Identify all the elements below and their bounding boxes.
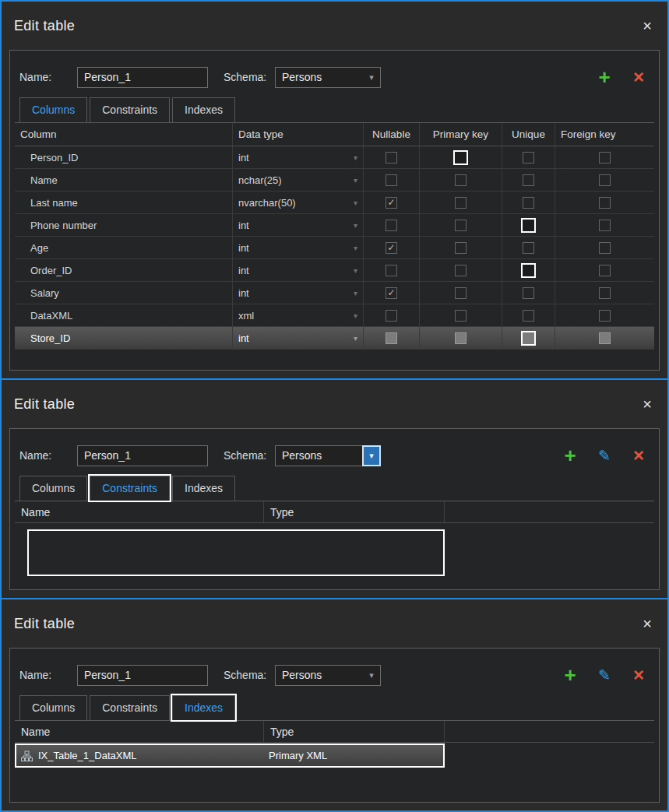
table-row[interactable]: Last name nvarchar(50) ▾ <box>15 192 654 214</box>
schema-dropdown[interactable]: Persons ▾ <box>275 67 381 88</box>
unique-cell <box>502 237 555 258</box>
delete-button[interactable]: × <box>628 664 650 686</box>
tab-constraints[interactable]: Constraints <box>90 97 170 122</box>
data-type-cell[interactable]: int ▾ <box>233 327 364 349</box>
add-button[interactable]: + <box>559 445 581 466</box>
primary-key-checkbox[interactable] <box>455 197 467 209</box>
delete-button[interactable]: × <box>628 445 650 466</box>
unique-checkbox[interactable] <box>523 197 534 209</box>
primary-key-checkbox[interactable] <box>455 287 467 299</box>
nullable-checkbox[interactable] <box>386 287 397 299</box>
close-icon[interactable]: × <box>643 396 652 412</box>
table-editor-panel: Name: Schema: Persons ▾ + ✎ × Columns Co… <box>9 428 660 590</box>
table-row[interactable]: DataXML xml ▾ <box>15 304 654 327</box>
nullable-checkbox[interactable] <box>386 310 397 322</box>
foreign-key-checkbox[interactable] <box>599 332 611 344</box>
table-row[interactable]: Name nchar(25) ▾ <box>15 169 654 192</box>
primary-key-cell <box>420 169 502 191</box>
table-row[interactable]: Salary int ▾ <box>15 282 654 304</box>
foreign-key-checkbox[interactable] <box>599 242 611 254</box>
tab-columns[interactable]: Columns <box>19 97 87 122</box>
add-button[interactable]: + <box>559 664 581 686</box>
nullable-checkbox[interactable] <box>386 242 397 254</box>
foreign-key-checkbox[interactable] <box>599 310 611 322</box>
unique-checkbox[interactable] <box>523 174 534 186</box>
chevron-down-icon[interactable]: ▾ <box>363 68 380 87</box>
data-type-cell[interactable]: int ▾ <box>233 259 364 281</box>
table-editor-panel: Name: Schema: Persons ▾ + ✎ × Columns Co… <box>9 648 660 803</box>
tab-indexes[interactable]: Indexes <box>172 476 235 501</box>
nullable-checkbox[interactable] <box>386 197 397 209</box>
primary-key-checkbox[interactable] <box>455 332 467 344</box>
primary-key-checkbox[interactable] <box>453 150 468 165</box>
table-row[interactable]: Phone number int ▾ <box>15 214 654 237</box>
data-type-cell[interactable]: int ▾ <box>233 146 364 168</box>
tab-columns[interactable]: Columns <box>19 695 87 720</box>
foreign-key-checkbox[interactable] <box>599 174 611 186</box>
edit-table-dialog-constraints: Edit table × Name: Schema: Persons ▾ + ✎… <box>2 380 667 598</box>
primary-key-checkbox[interactable] <box>455 174 467 186</box>
table-row[interactable]: Order_ID int ▾ <box>15 259 654 282</box>
delete-button[interactable]: × <box>628 66 650 88</box>
table-row[interactable]: Person_ID int ▾ <box>15 146 654 169</box>
foreign-key-checkbox[interactable] <box>599 152 611 163</box>
foreign-key-checkbox[interactable] <box>599 197 611 209</box>
nullable-checkbox[interactable] <box>386 174 397 186</box>
unique-checkbox[interactable] <box>523 152 534 163</box>
unique-checkbox[interactable] <box>523 242 534 254</box>
foreign-key-cell <box>555 192 654 213</box>
unique-checkbox[interactable] <box>523 287 534 299</box>
close-icon[interactable]: × <box>643 18 652 33</box>
schema-dropdown[interactable]: Persons ▾ <box>275 665 381 686</box>
tab-indexes[interactable]: Indexes <box>172 97 235 122</box>
unique-checkbox[interactable] <box>521 331 536 346</box>
schema-value: Persons <box>276 669 363 681</box>
constraints-list-body[interactable] <box>15 523 654 589</box>
data-type-cell[interactable]: nvarchar(50) ▾ <box>233 192 364 213</box>
unique-checkbox[interactable] <box>521 263 536 278</box>
index-row[interactable]: IX_Table_1_DataXML Primary XML <box>15 743 445 768</box>
table-row[interactable]: Age int ▾ <box>15 237 654 259</box>
nullable-checkbox[interactable] <box>386 152 397 163</box>
chevron-down-icon[interactable]: ▾ <box>363 666 380 685</box>
unique-cell <box>502 282 555 304</box>
primary-key-checkbox[interactable] <box>455 310 467 322</box>
primary-key-checkbox[interactable] <box>455 242 467 254</box>
foreign-key-cell <box>555 146 654 168</box>
tab-columns[interactable]: Columns <box>19 476 87 501</box>
chevron-down-icon[interactable]: ▾ <box>363 446 380 466</box>
table-name-input[interactable] <box>77 67 208 88</box>
nullable-checkbox[interactable] <box>386 265 397 276</box>
tab-strip: Columns Constraints Indexes <box>15 476 654 501</box>
foreign-key-checkbox[interactable] <box>599 287 611 299</box>
nullable-checkbox[interactable] <box>386 332 397 344</box>
table-name-input[interactable] <box>77 665 208 686</box>
nullable-checkbox[interactable] <box>386 220 397 231</box>
data-type-cell[interactable]: int ▾ <box>233 282 364 304</box>
primary-key-checkbox[interactable] <box>455 265 467 276</box>
edit-pencil-button[interactable]: ✎ <box>593 664 615 686</box>
unique-checkbox[interactable] <box>521 218 536 233</box>
add-button[interactable]: + <box>593 66 615 88</box>
close-icon[interactable]: × <box>643 616 652 631</box>
tab-constraints[interactable]: Constraints <box>90 476 170 501</box>
data-type-cell[interactable]: int ▾ <box>233 214 364 236</box>
table-row[interactable]: Store_ID int ▾ <box>15 327 654 350</box>
edit-table-dialog-indexes: Edit table × Name: Schema: Persons ▾ + ✎… <box>2 599 667 810</box>
data-type-cell[interactable]: nchar(25) ▾ <box>233 169 364 191</box>
table-name-input[interactable] <box>77 445 208 466</box>
data-type-value: int <box>238 332 249 344</box>
data-type-cell[interactable]: xml ▾ <box>233 304 364 326</box>
name-label: Name: <box>19 449 77 462</box>
edit-pencil-button[interactable]: ✎ <box>593 445 615 466</box>
dialog-title: Edit table <box>14 396 75 413</box>
foreign-key-checkbox[interactable] <box>599 220 611 231</box>
foreign-key-checkbox[interactable] <box>599 265 611 276</box>
unique-checkbox[interactable] <box>523 310 534 322</box>
data-type-cell[interactable]: int ▾ <box>233 237 364 258</box>
schema-dropdown[interactable]: Persons ▾ <box>275 445 381 466</box>
tab-strip: Columns Constraints Indexes <box>15 97 654 123</box>
primary-key-checkbox[interactable] <box>455 220 467 231</box>
tab-constraints[interactable]: Constraints <box>90 695 170 720</box>
tab-indexes[interactable]: Indexes <box>172 695 235 720</box>
